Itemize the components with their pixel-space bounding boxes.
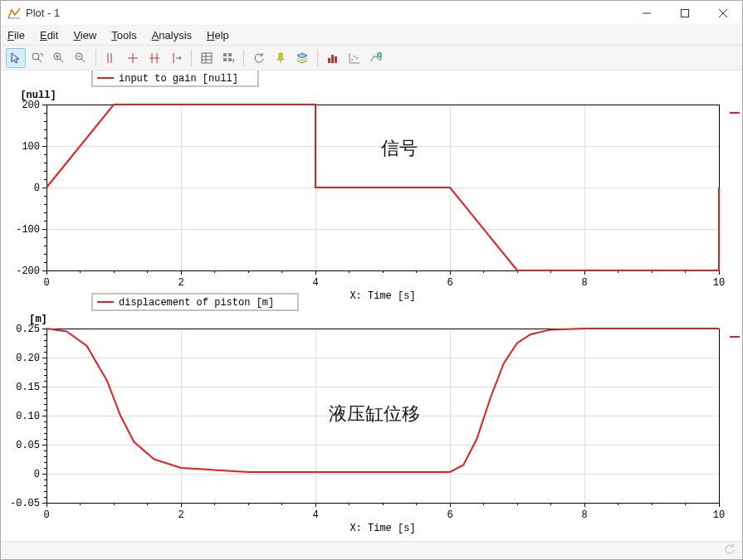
menu-tools[interactable]: Tools (111, 29, 136, 41)
legend-text: displacement of piston [m] (119, 297, 274, 309)
y-unit-label: [null] (20, 90, 56, 101)
plot-canvas: 0246810-200-1000100200[null]X: Time [s]i… (1, 71, 742, 541)
menubar: File Edit View Tools Analysis Help (1, 26, 742, 46)
x-axis-label: X: Time [s] (350, 290, 415, 302)
svg-text:0.25: 0.25 (16, 324, 40, 335)
add-curve-icon[interactable] (366, 48, 386, 68)
svg-text:0.05: 0.05 (16, 440, 40, 451)
svg-point-37 (354, 56, 355, 57)
app-window: Plot - 1 File Edit View Tools Analysis H… (0, 0, 743, 560)
menu-edit[interactable]: Edit (40, 29, 58, 41)
pointer-icon[interactable] (6, 48, 26, 68)
svg-text:100: 100 (22, 141, 40, 153)
maximize-button[interactable] (666, 1, 704, 26)
svg-text:2: 2 (178, 509, 183, 521)
svg-text:8: 8 (581, 277, 587, 289)
svg-rect-22 (202, 53, 212, 63)
svg-text:0: 0 (43, 277, 49, 289)
window-title: Plot - 1 (26, 7, 60, 19)
svg-text:-100: -100 (16, 224, 40, 236)
marker-multi-icon[interactable] (144, 48, 164, 68)
svg-text:10: 10 (713, 277, 725, 289)
legend-text: input to gain [null] (119, 73, 238, 85)
svg-rect-29 (228, 58, 232, 61)
menu-file[interactable]: File (7, 29, 25, 41)
svg-text:-200: -200 (16, 265, 40, 277)
app-icon (7, 7, 21, 20)
y-unit-label: [m] (29, 314, 47, 325)
svg-line-12 (81, 59, 85, 62)
svg-text:-0.05: -0.05 (10, 498, 40, 509)
svg-line-6 (38, 59, 42, 62)
histogram-icon[interactable] (323, 48, 343, 68)
svg-text:2: 2 (178, 277, 183, 289)
titlebar: Plot - 1 (1, 1, 742, 26)
svg-rect-33 (335, 56, 337, 63)
plot-area[interactable]: 0246810-200-1000100200[null]X: Time [s]i… (1, 71, 742, 541)
svg-point-36 (351, 59, 353, 61)
chart-annotation: 液压缸位移 (329, 403, 420, 424)
zoom-in-icon[interactable] (49, 48, 69, 68)
svg-text:6: 6 (447, 509, 452, 521)
marker-single-icon[interactable] (123, 48, 143, 68)
table-view-icon[interactable] (197, 48, 217, 68)
minimize-button[interactable] (628, 1, 666, 26)
layers-icon[interactable] (292, 48, 312, 68)
svg-text:6: 6 (447, 277, 452, 289)
svg-text:0: 0 (34, 469, 40, 480)
marker-move-icon[interactable] (166, 48, 186, 68)
grid-options-icon[interactable] (218, 48, 238, 68)
svg-text:4: 4 (312, 277, 318, 289)
svg-line-8 (60, 59, 63, 62)
svg-rect-31 (328, 58, 330, 63)
zoom-out-icon[interactable] (71, 48, 90, 68)
x-axis-label: X: Time [s] (350, 523, 415, 534)
statusbar (1, 541, 742, 559)
svg-text:0: 0 (43, 509, 49, 521)
svg-point-38 (356, 57, 358, 59)
marker-add-icon[interactable] (101, 48, 121, 68)
svg-text:4: 4 (312, 509, 318, 521)
auto-zoom-icon[interactable] (27, 48, 47, 68)
toolbar (1, 46, 742, 71)
svg-rect-28 (223, 58, 227, 61)
svg-rect-32 (331, 55, 334, 63)
chart-annotation: 信号 (381, 138, 418, 158)
refresh-icon[interactable] (249, 48, 269, 68)
pin-icon[interactable] (271, 48, 291, 68)
svg-text:10: 10 (713, 509, 725, 521)
scatter-icon[interactable] (345, 48, 364, 68)
menu-view[interactable]: View (73, 29, 96, 41)
svg-text:0.15: 0.15 (16, 382, 40, 393)
svg-text:0.20: 0.20 (16, 353, 40, 364)
svg-text:200: 200 (22, 100, 40, 111)
svg-point-5 (32, 53, 39, 60)
svg-text:0.10: 0.10 (16, 411, 40, 422)
refresh-status-icon[interactable] (724, 543, 736, 558)
close-button[interactable] (704, 1, 742, 26)
menu-help[interactable]: Help (207, 29, 229, 41)
svg-text:0: 0 (34, 183, 40, 194)
svg-rect-26 (223, 53, 227, 56)
menu-analysis[interactable]: Analysis (152, 29, 192, 41)
svg-rect-2 (682, 9, 689, 17)
svg-rect-27 (228, 53, 232, 56)
svg-text:8: 8 (581, 509, 587, 521)
